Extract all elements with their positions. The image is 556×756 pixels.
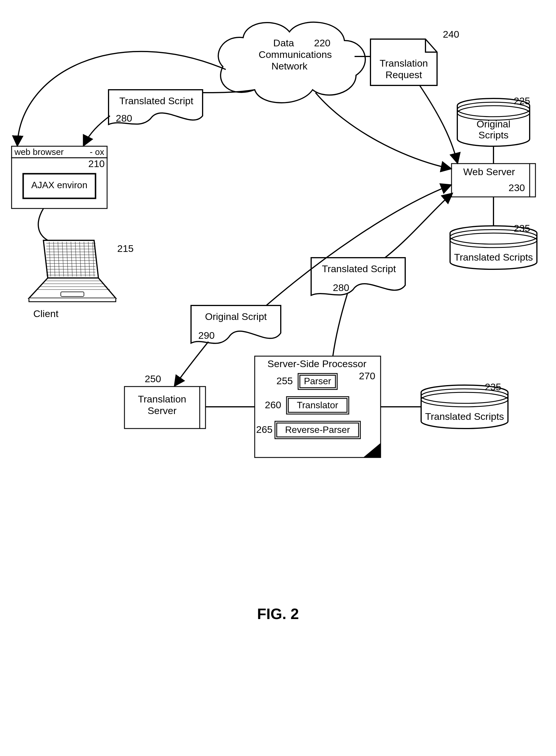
translation-server-label-2: Server [148, 405, 177, 416]
translation-request-label-1: Translation [380, 58, 428, 69]
translation-request-ref: 240 [443, 29, 459, 40]
cloud-label-3: Network [272, 61, 308, 71]
client-laptop: Client 215 [29, 240, 134, 319]
translated-scripts-db-1: Translated Scripts 235 [450, 222, 537, 269]
original-scripts-ref: 225 [514, 95, 530, 106]
browser-ref: 210 [88, 158, 105, 169]
translation-server-ref: 250 [145, 373, 161, 384]
web-server: Web Server 230 [452, 164, 535, 197]
translated-script-2-ref: 280 [333, 282, 349, 293]
cloud-network: Data Communications Network 220 [218, 22, 365, 103]
reverse-parser-label: Reverse-Parser [285, 424, 350, 435]
cloud-label-1: Data [273, 37, 294, 48]
translated-scripts-db-2: Translated Scripts 235 [421, 381, 508, 428]
translated-script-doc-1: Translated Script 280 [108, 90, 203, 125]
original-script-label: Original Script [205, 311, 267, 322]
original-script-ref: 290 [198, 330, 215, 341]
client-ref: 215 [117, 243, 134, 254]
original-script-doc: Original Script 290 [191, 306, 281, 343]
translated-script-1-label: Translated Script [119, 95, 193, 106]
translated-script-2-label: Translated Script [322, 263, 396, 274]
translated-scripts-db1-ref: 235 [514, 222, 530, 234]
cloud-ref: 220 [314, 37, 331, 48]
original-scripts-label-2: Scripts [479, 130, 509, 140]
web-server-label: Web Server [463, 166, 515, 177]
cloud-label-2: Communications [258, 49, 332, 60]
browser-win-controls: - ox [90, 147, 104, 157]
processor-ref: 270 [359, 370, 375, 381]
parser-ref: 255 [276, 375, 293, 386]
translation-request: Translation Request 240 [371, 29, 459, 85]
browser-title: web browser [14, 147, 64, 157]
server-side-processor: Server-Side Processor 270 Parser 255 Tra… [255, 356, 381, 457]
translation-server: Translation Server 250 [125, 373, 206, 428]
translator-ref: 260 [265, 399, 281, 410]
translation-server-label-1: Translation [138, 393, 186, 405]
processor-title: Server-Side Processor [268, 358, 367, 369]
translator-label: Translator [297, 400, 338, 410]
diagram-canvas: Data Communications Network 220 Translat… [0, 0, 556, 756]
parser-label: Parser [304, 376, 332, 386]
svg-rect-38 [61, 292, 84, 297]
translated-script-doc-2: Translated Script 280 [311, 258, 405, 295]
original-scripts-label-1: Original [477, 118, 510, 130]
figure-caption: FIG. 2 [0, 605, 556, 622]
translated-scripts-db2-label: Translated Scripts [425, 411, 504, 422]
browser-inner-label: AJAX environ [31, 180, 88, 190]
original-scripts-db: Original Scripts 225 [457, 95, 530, 146]
translated-scripts-db1-label: Translated Scripts [454, 252, 533, 263]
web-server-ref: 230 [509, 182, 525, 193]
translation-request-label-2: Request [385, 69, 422, 80]
translated-script-1-ref: 280 [116, 113, 132, 124]
web-browser: web browser - ox 210 AJAX environ [11, 146, 107, 208]
client-label: Client [33, 308, 59, 319]
translated-scripts-db2-ref: 235 [485, 381, 501, 392]
reverse-parser-ref: 265 [256, 424, 273, 435]
